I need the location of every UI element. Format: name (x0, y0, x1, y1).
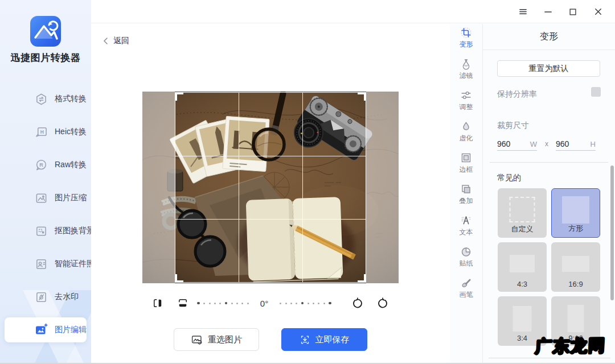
preset-4-3[interactable]: 4:3 (498, 242, 547, 292)
rotate-clockwise-icon[interactable] (377, 297, 389, 309)
reselect-image-label: 重选图片 (208, 334, 242, 345)
edit-tools-rail: 变形 滤镜 调整 虚化 (450, 24, 482, 364)
save-download-icon (300, 334, 310, 345)
crop-handle-bottom-right[interactable] (358, 274, 366, 283)
watermark-remove-icon (34, 290, 48, 304)
save-button[interactable]: 立即保存 (281, 328, 367, 351)
keep-resolution-checkbox[interactable] (591, 87, 601, 97)
rotate-counterclockwise-icon[interactable] (351, 297, 363, 309)
back-label: 返回 (113, 36, 129, 46)
rotation-ruler-right[interactable] (278, 302, 333, 305)
tool-label: 调整 (460, 102, 473, 112)
preset-label: 4:3 (498, 280, 547, 288)
brush-icon (460, 277, 472, 289)
preset-shape (510, 255, 535, 272)
crop-box[interactable] (175, 92, 366, 283)
preset-shape (513, 306, 532, 332)
tool-adjust[interactable]: 调整 (460, 89, 473, 113)
transform-controls: 0° (91, 296, 450, 311)
sidebar-item-image-edit[interactable]: 图片编辑 (0, 313, 91, 346)
sidebar-item-format-convert[interactable]: 格式转换 (0, 82, 91, 115)
close-icon[interactable] (585, 0, 610, 23)
raw-convert-icon: R (34, 158, 48, 172)
app-logo (30, 16, 61, 47)
sidebar-item-background-matting[interactable]: 抠图换背景 (0, 214, 91, 247)
crop-handle-top-right[interactable] (358, 92, 366, 101)
height-input[interactable] (556, 139, 579, 150)
rotation-value: 0° (257, 299, 271, 308)
image-compress-icon (34, 191, 48, 205)
back-button[interactable]: 返回 (102, 35, 129, 47)
site-watermark: 广东龙网 (535, 334, 606, 358)
tool-transform[interactable]: 变形 (460, 27, 473, 51)
overlay-squares-icon (460, 183, 472, 195)
crop-grid-line (239, 93, 239, 282)
tool-label: 画笔 (460, 290, 473, 300)
border-frame-icon (460, 152, 472, 164)
sidebar-item-id-photo[interactable]: 智能证件照 (0, 247, 91, 280)
keep-resolution-label: 保持分辨率 (497, 89, 537, 100)
tool-border[interactable]: 边框 (460, 152, 473, 176)
crop-grid-line (302, 93, 303, 282)
tool-filter[interactable]: 滤镜 (460, 58, 473, 82)
width-input[interactable] (497, 139, 520, 150)
reselect-image-button[interactable]: 重选图片 (174, 328, 259, 351)
tool-blur[interactable]: 虚化 (460, 121, 473, 144)
preset-16-9[interactable]: 16:9 (551, 242, 600, 292)
title-bar (91, 0, 615, 23)
svg-text:H: H (40, 129, 43, 134)
tool-label: 叠加 (460, 196, 473, 206)
filter-flask-icon (460, 58, 472, 70)
preset-label: 方形 (552, 224, 600, 234)
crop-handle-bottom-left[interactable] (175, 274, 183, 283)
tool-overlay[interactable]: 叠加 (460, 183, 473, 207)
sidebar-menu: 格式转换 H Heic转换 R (0, 82, 91, 346)
window-controls (510, 0, 610, 23)
tool-text[interactable]: 文本 (460, 214, 473, 238)
reset-default-button[interactable]: 重置为默认 (497, 60, 600, 77)
sidebar-item-label: 图片压缩 (55, 193, 87, 203)
flip-horizontal-icon[interactable] (152, 297, 163, 309)
sidebar-item-heic-convert[interactable]: H Heic转换 (0, 115, 91, 148)
sidebar: 迅捷图片转换器 格式转换 H (0, 0, 91, 364)
image-preview-stage (142, 92, 399, 283)
heic-convert-icon: H (34, 125, 48, 139)
transform-panel: 变形 重置为默认 保持分辨率 裁剪尺寸 W x H 常见的 自定义 方形 (482, 24, 615, 364)
tool-label: 边框 (460, 165, 473, 175)
section-divider (490, 162, 608, 163)
tool-sticker[interactable]: 贴纸 (460, 246, 473, 270)
preset-custom[interactable]: 自定义 (498, 188, 547, 238)
rotation-ruler-left[interactable] (195, 302, 251, 305)
panel-scrollbar[interactable] (610, 166, 614, 300)
format-convert-icon (34, 92, 48, 106)
crop-dim-right (366, 92, 399, 283)
tool-label: 贴纸 (460, 259, 473, 268)
tool-label: 滤镜 (460, 71, 473, 81)
sidebar-item-label: 图片编辑 (55, 325, 87, 335)
tool-brush[interactable]: 画笔 (460, 277, 473, 301)
menu-icon[interactable] (510, 0, 535, 23)
preset-shape (510, 197, 535, 222)
sidebar-item-raw-convert[interactable]: R Raw转换 (0, 148, 91, 181)
minimize-icon[interactable] (535, 0, 560, 23)
crop-grid-line (175, 219, 366, 220)
width-field: W (497, 136, 537, 151)
flip-vertical-icon[interactable] (177, 297, 188, 309)
chevron-left-icon (102, 37, 109, 45)
sidebar-item-label: Raw转换 (55, 160, 87, 170)
sidebar-item-label: 格式转换 (55, 94, 87, 104)
crop-icon (460, 27, 472, 39)
sidebar-item-image-compress[interactable]: 图片压缩 (0, 181, 91, 214)
app-name: 迅捷图片转换器 (0, 51, 91, 64)
preset-label: 16:9 (551, 280, 600, 288)
preset-shape (562, 196, 589, 224)
sidebar-item-watermark-remove[interactable]: 去水印 (0, 280, 91, 313)
height-field: H (556, 136, 596, 151)
multiply-sign: x (545, 140, 548, 148)
crop-grid-line (175, 156, 366, 156)
preset-square-selected[interactable]: 方形 (551, 188, 600, 238)
image-edit-icon (34, 323, 48, 337)
maximize-icon[interactable] (560, 0, 585, 23)
crop-handle-top-left[interactable] (175, 92, 183, 101)
svg-text:R: R (39, 162, 43, 167)
